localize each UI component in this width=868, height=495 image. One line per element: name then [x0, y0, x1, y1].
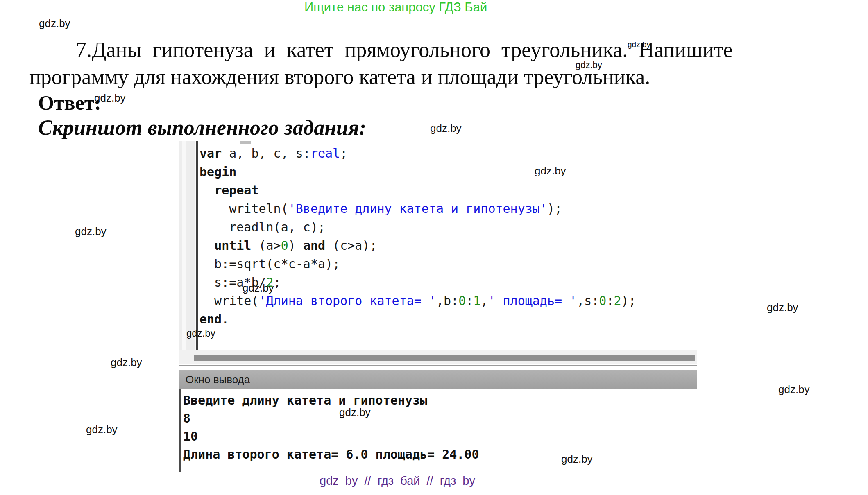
code-token: real [310, 146, 340, 160]
code-token: 0 [458, 294, 466, 308]
code-token: 0 [281, 238, 288, 253]
page-footer: gdz by // гдз бай // гдз by [320, 474, 475, 488]
code-line: writeln('Введите длину катета и гипотену… [199, 199, 695, 218]
code-token: and [303, 238, 325, 253]
code-token: ' площадь= ' [488, 294, 577, 308]
code-token: until [214, 238, 251, 253]
code-editor-screenshot: var a, b, c, s:real;begin repeat writeln… [179, 141, 697, 472]
page-root: Ищите нас по запросу ГДЗ Бай 7.Даны гипо… [0, 0, 868, 495]
code-token: 2 [614, 294, 621, 308]
code-token: : [466, 294, 473, 308]
output-line: Длина второго катета= 6.0 площадь= 24.00 [183, 445, 479, 463]
gdz-watermark: gdz.by [94, 92, 126, 104]
code-line: readln(a, c); [199, 218, 695, 236]
code-token: 'Введите длину катета и гипотенузы' [288, 201, 547, 216]
code-token: ) [288, 238, 303, 253]
gdz-watermark: gdz.by [39, 17, 70, 30]
output-window-title: Окно вывода [186, 373, 250, 386]
code-line: end. [199, 310, 695, 328]
gdz-watermark: gdz.by [576, 60, 602, 70]
gdz-watermark: gdz.by [535, 165, 566, 177]
output-lines: Введите длину катета и гипотенузы810Длин… [183, 391, 479, 463]
code-line: until (a>0) and (c>a); [199, 236, 695, 255]
code-token: begin [199, 165, 236, 179]
code-token: 'Длина второго катета= ' [259, 294, 436, 308]
output-window: Введите длину катета и гипотенузы810Длин… [179, 389, 699, 472]
editor-gutter [179, 141, 196, 350]
editor-gutter-stripe [182, 141, 186, 350]
output-line: 10 [183, 427, 479, 445]
gdz-watermark: gdz.by [339, 406, 371, 419]
horizontal-scrollbar [179, 350, 697, 364]
code-line: begin [199, 163, 695, 181]
gdz-watermark: gdz.by [767, 301, 798, 314]
code-token: write( [199, 294, 259, 308]
answer-label: Ответ: [38, 91, 101, 115]
output-window-header: Окно вывода [179, 370, 697, 389]
gdz-watermark: gdz.by [430, 122, 462, 135]
code-token: 1 [473, 294, 480, 308]
gdz-watermark: gdz.by [86, 423, 118, 436]
code-token: ); [621, 294, 636, 308]
code-area: var a, b, c, s:real;begin repeat writeln… [199, 144, 695, 349]
code-token: a, b, c, s: [222, 146, 310, 160]
output-line: 8 [183, 409, 479, 427]
code-token: writeln( [199, 201, 288, 216]
code-line: b:=sqrt(c*c-a*a); [199, 255, 695, 273]
code-token: ,s: [577, 294, 599, 308]
promo-banner: Ищите нас по запросу ГДЗ Бай [304, 0, 487, 15]
gdz-watermark: gdz.by [75, 225, 107, 238]
problem-text-line-2: программу для нахождения второго катета … [29, 65, 650, 89]
code-token: (c>a); [325, 238, 377, 253]
screenshot-caption: Скриншот выполненного задания: [38, 115, 366, 140]
code-token: b:=sqrt(c*c-a*a); [199, 257, 340, 271]
code-token: , [480, 294, 488, 308]
editor-gutter-border [196, 141, 198, 350]
code-token: ,b: [436, 294, 458, 308]
editor-output-divider [179, 365, 697, 366]
gdz-watermark: gdz.by [628, 40, 650, 49]
code-line: repeat [199, 181, 695, 199]
gdz-watermark: gdz.by [111, 356, 142, 369]
code-line: var a, b, c, s:real; [199, 144, 695, 163]
code-token: ; [340, 146, 347, 160]
code-token: (a> [251, 238, 281, 253]
code-token: : [606, 294, 614, 308]
code-token: . [222, 312, 229, 326]
output-line: Введите длину катета и гипотенузы [183, 391, 479, 409]
gdz-watermark: gdz.by [186, 328, 215, 339]
editor-top-artifact [240, 141, 251, 144]
code-token: readln(a, c); [199, 220, 325, 234]
code-token [199, 238, 214, 253]
code-token: end [199, 312, 222, 326]
code-token: repeat [214, 183, 258, 197]
code-token: var [199, 146, 222, 160]
code-token: ); [547, 201, 562, 216]
gdz-watermark: gdz.by [242, 282, 274, 294]
code-token [199, 183, 214, 197]
gdz-watermark: gdz.by [778, 383, 810, 396]
code-token: ; [274, 275, 281, 289]
horizontal-scrollbar-thumb[interactable] [194, 355, 695, 361]
gdz-watermark: gdz.by [561, 453, 593, 466]
code-token: 0 [599, 294, 606, 308]
